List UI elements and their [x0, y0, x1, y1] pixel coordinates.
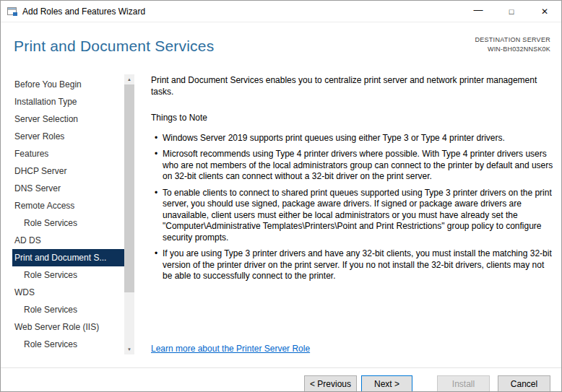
sidebar-item-server-roles[interactable]: Server Roles [12, 128, 124, 145]
sidebar-item-remote-access-role-services[interactable]: Role Services [12, 214, 124, 232]
sidebar-scrollbar[interactable]: ▲ ▼ [124, 74, 134, 354]
title-bar: Add Roles and Features Wizard — □ ✕ [1, 1, 561, 22]
close-button[interactable]: ✕ [528, 1, 561, 22]
sidebar-item-features[interactable]: Features [12, 145, 124, 162]
learn-more-link[interactable]: Learn more about the Printer Server Role [151, 344, 310, 354]
sidebar-item-web-server-role-iis[interactable]: Web Server Role (IIS) [12, 318, 124, 336]
bullet-icon: • [151, 149, 163, 183]
sidebar-item-ad-ds[interactable]: AD DS [12, 232, 124, 249]
note-item: • Microsoft recommends using Type 4 prin… [151, 149, 553, 183]
destination-server-name: WIN-BH032NNSK0K [475, 45, 550, 53]
note-item: • To enable clients to connect to shared… [151, 188, 553, 244]
page-title: Print and Document Services [14, 38, 214, 55]
sidebar-item-iis-role-services[interactable]: Role Services [12, 336, 124, 353]
scroll-down-icon[interactable]: ▼ [124, 344, 134, 354]
wizard-steps-sidebar: Before You Begin Installation Type Serve… [12, 74, 134, 354]
sidebar-item-print-role-services[interactable]: Role Services [12, 266, 124, 284]
minimize-button[interactable]: — [462, 1, 495, 22]
note-text: Windows Server 2019 supports print queue… [163, 133, 553, 144]
note-item: • Windows Server 2019 supports print que… [151, 133, 553, 144]
sidebar-item-installation-type[interactable]: Installation Type [12, 93, 124, 110]
destination-server-label: DESTINATION SERVER [475, 36, 550, 43]
destination-server-block: DESTINATION SERVER WIN-BH032NNSK0K [475, 36, 550, 53]
bullet-icon: • [151, 248, 163, 282]
sidebar-item-wds[interactable]: WDS [12, 284, 124, 301]
close-icon: ✕ [541, 6, 548, 17]
sidebar-item-server-selection[interactable]: Server Selection [12, 110, 124, 128]
scrollbar-thumb[interactable] [124, 84, 134, 292]
note-item: • If you are using Type 3 printer driver… [151, 248, 553, 282]
window-title: Add Roles and Features Wizard [22, 6, 145, 17]
things-to-note-heading: Things to Note [151, 113, 553, 124]
sidebar-item-remote-access[interactable]: Remote Access [12, 197, 124, 214]
install-button[interactable]: Install [437, 375, 490, 392]
main-content: Print and Document Services enables you … [151, 75, 553, 287]
intro-text: Print and Document Services enables you … [151, 75, 553, 97]
window-controls: — □ ✕ [462, 1, 561, 22]
wizard-steps-list: Before You Begin Installation Type Serve… [12, 76, 124, 353]
note-text: To enable clients to connect to shared p… [163, 188, 553, 244]
wizard-window: Add Roles and Features Wizard — □ ✕ Prin… [0, 0, 562, 392]
cancel-button[interactable]: Cancel [498, 375, 550, 392]
note-text: If you are using Type 3 printer drivers … [163, 248, 553, 282]
footer-divider [1, 367, 561, 368]
minimize-icon: — [474, 4, 483, 15]
sidebar-item-dns-server[interactable]: DNS Server [12, 180, 124, 197]
sidebar-item-print-and-document-services[interactable]: Print and Document S... [12, 249, 124, 266]
wizard-app-icon [7, 6, 18, 17]
bullet-icon: • [151, 133, 163, 144]
sidebar-item-wds-role-services[interactable]: Role Services [12, 301, 124, 318]
maximize-button[interactable]: □ [495, 1, 528, 22]
note-text: Microsoft recommends using Type 4 printe… [163, 149, 553, 183]
sidebar-item-dhcp-server[interactable]: DHCP Server [12, 162, 124, 180]
scroll-up-icon[interactable]: ▲ [124, 74, 134, 84]
bullet-icon: • [151, 188, 163, 244]
previous-button[interactable]: < Previous [304, 375, 357, 392]
page-header: Print and Document Services DESTINATION … [1, 22, 561, 71]
sidebar-item-before-you-begin[interactable]: Before You Begin [12, 76, 124, 93]
next-button[interactable]: Next > [361, 375, 412, 392]
maximize-icon: □ [509, 7, 514, 16]
